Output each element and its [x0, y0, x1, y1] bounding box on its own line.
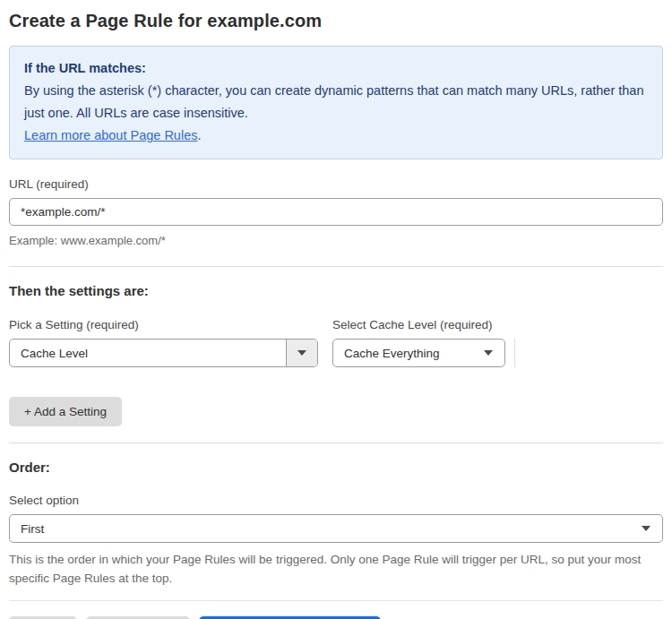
setting-picker-value: Cache Level — [10, 347, 286, 360]
settings-row: Pick a Setting (required) Cache Level Se… — [9, 318, 663, 367]
order-help-text: This is the order in which your Page Rul… — [9, 550, 658, 588]
cache-level-select[interactable]: Cache Everything — [332, 339, 505, 367]
ghost-rule-wrap — [505, 318, 515, 367]
chevron-down-icon — [642, 526, 650, 531]
url-match-info-banner: If the URL matches: By using the asteris… — [9, 46, 663, 159]
info-banner-heading: If the URL matches: — [24, 57, 648, 80]
order-select-arrow-pad — [642, 526, 662, 531]
page-title: Create a Page Rule for example.com — [9, 11, 663, 31]
chevron-down-icon — [484, 350, 493, 356]
setting-picker-arrow-section[interactable] — [286, 340, 317, 366]
link-period: . — [197, 128, 201, 142]
order-section-heading: Order: — [9, 460, 663, 475]
setting-picker-column: Pick a Setting (required) Cache Level — [9, 318, 318, 367]
info-banner-body: By using the asterisk (*) character, you… — [24, 80, 648, 125]
cache-level-arrow-pad — [484, 350, 504, 356]
section-divider — [9, 266, 663, 267]
order-select-label: Select option — [9, 494, 663, 507]
url-example-help: Example: www.example.com/* — [9, 232, 663, 250]
setting-picker-label: Pick a Setting (required) — [9, 318, 318, 331]
section-divider — [9, 443, 663, 443]
cache-level-label: Select Cache Level (required) — [332, 318, 505, 331]
add-setting-button[interactable]: + Add a Setting — [9, 397, 122, 426]
cache-level-column-wrap: Select Cache Level (required) Cache Ever… — [332, 318, 515, 367]
footer-divider — [9, 600, 663, 601]
vertical-divider — [514, 339, 515, 367]
setting-picker-select[interactable]: Cache Level — [9, 339, 318, 367]
chevron-down-icon — [297, 350, 306, 356]
info-banner-link-line: Learn more about Page Rules. — [24, 125, 648, 147]
create-page-rule-form: Create a Page Rule for example.com If th… — [0, 0, 672, 619]
learn-more-link[interactable]: Learn more about Page Rules — [24, 128, 197, 142]
url-input[interactable] — [9, 198, 663, 226]
order-select[interactable]: First — [9, 514, 663, 543]
cache-level-column: Select Cache Level (required) Cache Ever… — [332, 318, 505, 367]
cache-level-value: Cache Everything — [333, 347, 484, 360]
settings-section-heading: Then the settings are: — [9, 283, 663, 298]
order-select-value: First — [10, 522, 642, 536]
url-field-label: URL (required) — [9, 177, 663, 191]
order-section: Order: Select option First This is the o… — [9, 460, 663, 588]
